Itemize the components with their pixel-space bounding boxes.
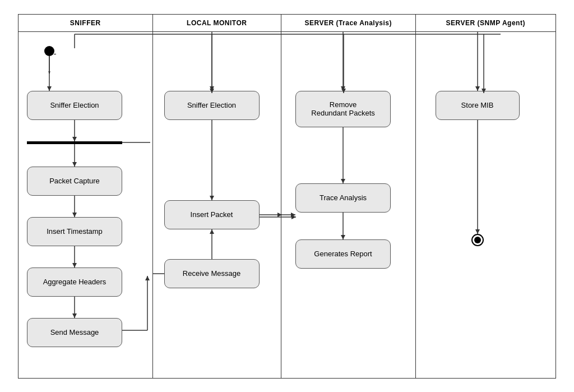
packet-capture-box: Packet Capture <box>27 167 122 196</box>
svg-marker-19 <box>210 196 214 200</box>
generates-report-label: Generates Report <box>314 250 372 258</box>
server-trace-header: SERVER (Trace Analysis) <box>281 15 415 32</box>
diagram-container: SNIFFER Sniffer Election Packet Capture … <box>18 14 556 379</box>
receive-message-label: Receive Message <box>183 269 240 278</box>
svg-marker-17 <box>210 86 214 91</box>
trace-analysis-label: Trace Analysis <box>320 193 367 202</box>
svg-marker-36 <box>475 229 480 234</box>
generates-report-box: Generates Report <box>295 239 391 269</box>
final-state-inner <box>474 237 481 243</box>
trace-analysis-box: Trace Analysis <box>295 183 391 213</box>
svg-marker-26 <box>341 86 345 91</box>
server-snmp-header: SERVER (SNMP Agent) <box>416 15 556 32</box>
local-sniffer-election-box: Sniffer Election <box>164 91 260 120</box>
initial-state <box>44 46 54 56</box>
fork-join-bar <box>27 141 122 144</box>
packet-capture-label: Packet Capture <box>49 177 100 185</box>
local-monitor-header: LOCAL MONITOR <box>153 15 281 32</box>
final-state <box>471 234 484 246</box>
insert-timestamp-label: Insert Timestamp <box>47 227 103 236</box>
lane-local-monitor: LOCAL MONITOR Sniffer Election Insert Pa… <box>153 15 282 378</box>
remove-redundant-box: Remove Redundant Packets <box>295 91 391 127</box>
store-mib-label: Store MIB <box>461 101 494 109</box>
receive-message-box: Receive Message <box>164 259 260 288</box>
insert-packet-box: Insert Packet <box>164 200 260 229</box>
svg-marker-12 <box>72 263 77 268</box>
svg-marker-6 <box>72 137 77 141</box>
insert-timestamp-box: Insert Timestamp <box>27 217 122 246</box>
svg-marker-28 <box>341 179 345 183</box>
svg-marker-8 <box>72 162 77 167</box>
server-snmp-arrows <box>416 32 556 378</box>
sniffer-election-label: Sniffer Election <box>50 101 99 109</box>
send-message-box: Send Message <box>27 318 122 347</box>
fork-bar-top <box>49 71 50 73</box>
insert-packet-label: Insert Packet <box>191 210 233 219</box>
svg-marker-10 <box>72 213 77 217</box>
lane-server-snmp: SERVER (SNMP Agent) Store MIB <box>416 15 556 378</box>
sniffer-body: Sniffer Election Packet Capture Insert T… <box>18 32 152 378</box>
aggregate-headers-box: Aggregate Headers <box>27 268 122 297</box>
svg-marker-32 <box>291 213 295 217</box>
server-snmp-body: Store MIB <box>416 32 556 378</box>
svg-marker-14 <box>72 313 77 318</box>
lane-sniffer: SNIFFER Sniffer Election Packet Capture … <box>18 15 153 378</box>
server-trace-body: Remove Redundant Packets Trace Analysis … <box>281 32 415 378</box>
aggregate-headers-label: Aggregate Headers <box>43 278 107 286</box>
send-message-label: Send Message <box>50 328 99 336</box>
sniffer-header: SNIFFER <box>18 15 152 32</box>
local-monitor-body: Sniffer Election Insert Packet Receive M… <box>153 32 281 378</box>
svg-marker-2 <box>47 86 52 91</box>
store-mib-box: Store MIB <box>436 91 520 120</box>
sniffer-election-box: Sniffer Election <box>27 91 122 120</box>
lane-server-trace: SERVER (Trace Analysis) Remove Redundant… <box>281 15 416 378</box>
remove-redundant-label: Remove Redundant Packets <box>311 100 374 117</box>
svg-marker-21 <box>210 229 214 234</box>
local-sniffer-election-label: Sniffer Election <box>187 101 236 109</box>
svg-marker-30 <box>341 235 345 239</box>
svg-marker-34 <box>475 86 480 91</box>
